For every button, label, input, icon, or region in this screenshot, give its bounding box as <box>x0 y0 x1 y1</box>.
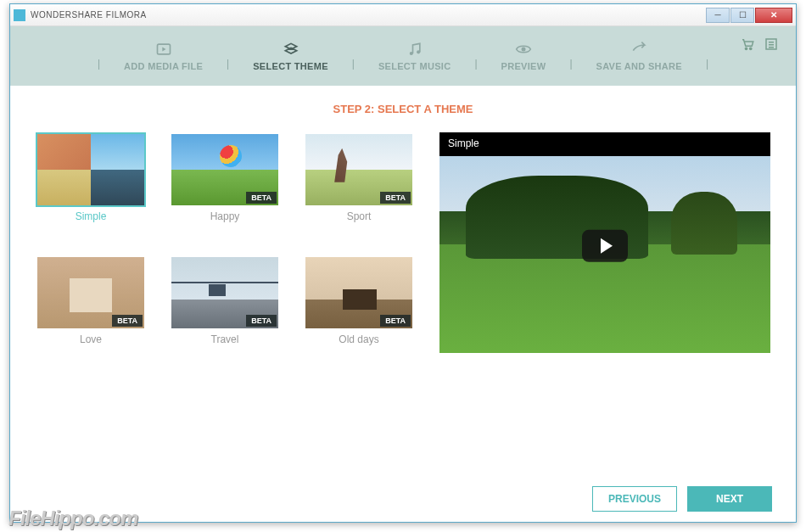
play-button[interactable] <box>582 230 628 262</box>
watermark: FileHippo.com <box>8 507 137 530</box>
media-icon <box>155 41 172 58</box>
cart-icon[interactable] <box>740 36 755 52</box>
svg-point-4 <box>521 48 525 52</box>
theme-travel[interactable]: BETA Travel <box>170 255 280 353</box>
nav-label: PREVIEW <box>501 61 546 71</box>
theme-old-days[interactable]: BETA Old days <box>304 255 414 353</box>
nav-separator: | <box>91 58 107 70</box>
beta-badge: BETA <box>380 315 411 327</box>
theme-label: Travel <box>170 333 280 345</box>
theme-label: Simple <box>36 210 146 222</box>
preview-panel: Simple <box>439 132 770 353</box>
preview-icon <box>515 41 532 58</box>
beta-badge: BETA <box>246 192 277 204</box>
beta-badge: BETA <box>112 315 143 327</box>
window-title: WONDERSHARE FILMORA <box>31 10 705 20</box>
nav-separator: | <box>699 58 715 70</box>
nav-separator: | <box>220 58 236 70</box>
nav-label: SELECT MUSIC <box>378 61 451 71</box>
preview-player: Simple <box>439 132 770 353</box>
step-title: STEP 2: SELECT A THEME <box>36 103 770 115</box>
theme-label: Sport <box>304 210 414 222</box>
main-area: Simple BETA Happy BETA Sport BETA Love B… <box>36 132 770 353</box>
footer-buttons: PREVIOUS NEXT <box>592 486 772 512</box>
nav-separator: | <box>563 58 579 70</box>
svg-point-6 <box>750 48 752 49</box>
theme-thumbnail: BETA <box>170 132 280 207</box>
svg-point-3 <box>417 50 420 53</box>
theme-thumbnail: BETA <box>304 255 414 330</box>
beta-badge: BETA <box>380 192 411 204</box>
nav-separator: | <box>345 58 361 70</box>
close-button[interactable]: ✕ <box>755 8 792 23</box>
svg-point-2 <box>409 52 412 55</box>
nav-save-share[interactable]: SAVE AND SHARE <box>579 41 699 71</box>
step-nav: | ADD MEDIA FILE | SELECT THEME | SELECT… <box>91 41 715 71</box>
app-window: WONDERSHARE FILMORA ─ ☐ ✕ | ADD MEDIA FI… <box>9 3 797 523</box>
theme-label: Old days <box>304 333 414 345</box>
nav-label: SAVE AND SHARE <box>596 61 682 71</box>
theme-thumbnail <box>36 132 146 207</box>
theme-label: Love <box>36 333 146 345</box>
step-header: | ADD MEDIA FILE | SELECT THEME | SELECT… <box>10 26 796 86</box>
beta-badge: BETA <box>246 315 277 327</box>
theme-thumbnail: BETA <box>170 255 280 330</box>
nav-select-theme[interactable]: SELECT THEME <box>236 41 345 71</box>
theme-happy[interactable]: BETA Happy <box>170 132 280 230</box>
nav-separator: | <box>467 58 484 70</box>
themes-grid: Simple BETA Happy BETA Sport BETA Love B… <box>36 132 414 353</box>
theme-thumbnail: BETA <box>304 132 414 207</box>
app-icon <box>14 9 25 21</box>
minimize-button[interactable]: ─ <box>706 8 730 23</box>
theme-sport[interactable]: BETA Sport <box>304 132 414 230</box>
theme-thumbnail: BETA <box>36 255 146 330</box>
maximize-button[interactable]: ☐ <box>730 8 754 23</box>
header-right <box>740 36 779 52</box>
theme-simple[interactable]: Simple <box>36 132 146 230</box>
music-icon <box>406 41 423 58</box>
previous-button[interactable]: PREVIOUS <box>592 486 677 512</box>
nav-preview[interactable]: PREVIEW <box>484 41 563 71</box>
window-controls: ─ ☐ ✕ <box>705 8 792 23</box>
svg-marker-1 <box>162 48 165 52</box>
next-button[interactable]: NEXT <box>687 486 772 512</box>
menu-icon[interactable] <box>764 36 779 52</box>
content-area: STEP 2: SELECT A THEME Simple BETA Happy… <box>10 86 796 522</box>
nav-add-media[interactable]: ADD MEDIA FILE <box>107 41 220 71</box>
theme-icon <box>283 41 299 58</box>
svg-point-5 <box>745 48 747 49</box>
titlebar: WONDERSHARE FILMORA ─ ☐ ✕ <box>10 4 796 26</box>
nav-label: ADD MEDIA FILE <box>124 61 203 71</box>
theme-love[interactable]: BETA Love <box>36 255 146 353</box>
nav-label: SELECT THEME <box>253 61 328 71</box>
theme-label: Happy <box>170 210 280 222</box>
share-icon <box>630 41 647 58</box>
preview-title: Simple <box>448 137 479 149</box>
nav-select-music[interactable]: SELECT MUSIC <box>361 41 468 71</box>
